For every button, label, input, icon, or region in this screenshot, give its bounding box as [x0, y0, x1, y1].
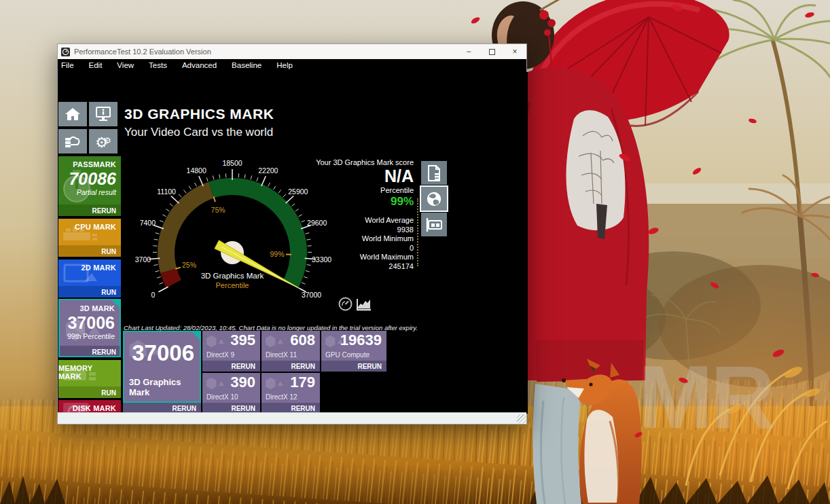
status-bar [58, 412, 526, 424]
rerun-button[interactable]: RERUN [92, 207, 116, 215]
svg-text:3D Graphics Mark: 3D Graphics Mark [201, 272, 264, 280]
gauge-view-icon [338, 297, 353, 311]
title-bar[interactable]: PerformanceTest 10.2 Evaluation Version … [58, 44, 526, 59]
svg-text:14800: 14800 [187, 166, 206, 175]
cube-icon [205, 375, 225, 391]
resize-grip[interactable] [517, 414, 526, 423]
close-button[interactable]: × [503, 44, 526, 59]
stat-label: World Minimum [268, 234, 414, 244]
sidebar-tile-3d-mark[interactable]: 3D MARK 37006 99th Percentile RERUN [58, 299, 121, 357]
app-icon [61, 48, 70, 56]
result-value: 390 [230, 374, 255, 391]
sidebar-tile-disk-mark[interactable]: DISK MARK RUN [58, 400, 121, 414]
maximize-icon [489, 49, 495, 55]
maximize-button[interactable] [480, 44, 503, 59]
rerun-button[interactable]: RERUN [357, 363, 382, 370]
settings-gears-icon: ⚙⚙ [95, 134, 111, 149]
rerun-button[interactable]: RERUN [231, 405, 255, 412]
run-button[interactable]: RUN [101, 289, 116, 296]
result-tile-gpu-compute[interactable]: 19639 GPU Compute RERUN [321, 331, 386, 372]
fox [533, 340, 644, 504]
percentile-label: Percentile [268, 185, 414, 195]
settings-button[interactable]: ⚙⚙ [89, 129, 118, 154]
rerun-button[interactable]: RERUN [172, 405, 196, 412]
gauge-view-button[interactable] [338, 296, 353, 311]
home-button[interactable] [58, 102, 87, 126]
cube-icon [205, 333, 225, 349]
sidebar-tile-cpu-mark[interactable]: CPU MARK RUN [58, 219, 121, 257]
menu-edit[interactable]: Edit [82, 59, 110, 72]
selected-corner [191, 331, 201, 341]
tile-value: 70086 [69, 169, 116, 189]
video-card-button[interactable] [421, 213, 447, 236]
svg-text:37000: 37000 [302, 291, 321, 299]
system-info-icon [95, 107, 111, 122]
system-info-button[interactable] [89, 102, 118, 126]
cloud-database-button[interactable] [58, 129, 87, 154]
sidebar-tile-2d-mark[interactable]: 2D MARK RUN [58, 259, 121, 298]
score-value: N/A [268, 167, 414, 185]
menu-baseline[interactable]: Baseline [224, 59, 269, 72]
svg-text:25%: 25% [182, 261, 196, 269]
result-tile-directx11[interactable]: 608 DirectX 11 RERUN [261, 331, 320, 372]
score-panel: Your 3D Graphics Mark score N/A Percenti… [268, 158, 414, 208]
svg-text:18500: 18500 [222, 159, 242, 167]
tile-title: DISK MARK [73, 404, 116, 412]
page-subtitle: Your Video Card vs the world [124, 126, 273, 139]
stat-value: 245174 [268, 262, 414, 272]
world-results-button[interactable] [421, 187, 447, 211]
svg-text:3700: 3700 [135, 255, 151, 264]
page-title: 3D GRAPHICS MARK [124, 106, 274, 122]
tile-subtitle: Partial result [77, 188, 116, 196]
video-card-icon [425, 217, 443, 233]
main-content: ⚙⚙ PASSMARK 70086 Partial result RERUN [58, 72, 528, 414]
result-value: 608 [290, 331, 315, 349]
run-button[interactable]: RUN [101, 248, 116, 255]
tile-title: 3D MARK [79, 304, 115, 312]
menu-view[interactable]: View [109, 59, 141, 72]
tile-subtitle: 99th Percentile [67, 332, 115, 340]
tile-title: MEMORY MARK [58, 364, 116, 380]
result-tile-directx10[interactable]: 390 DirectX 10 RERUN [202, 373, 260, 414]
chart-view-button[interactable] [356, 297, 372, 312]
sidebar-tile-passmark[interactable]: PASSMARK 70086 Partial result RERUN [58, 156, 121, 216]
chart-view-icon [356, 298, 372, 311]
menu-help[interactable]: Help [269, 59, 300, 72]
svg-text:11100: 11100 [157, 187, 176, 196]
tile-title: PASSMARK [73, 160, 116, 168]
result-label: DirectX 9 [206, 351, 234, 359]
report-icon [427, 165, 441, 181]
result-tile-directx9[interactable]: 395 DirectX 9 RERUN [202, 331, 260, 372]
percentile-value: 99% [268, 195, 414, 208]
score-label: Your 3D Graphics Mark score [268, 158, 414, 167]
minimize-button[interactable]: − [457, 44, 480, 59]
performancetest-window: PerformanceTest 10.2 Evaluation Version … [57, 43, 527, 425]
divider [417, 198, 418, 266]
result-value: 395 [230, 331, 255, 349]
rerun-button[interactable]: RERUN [291, 405, 315, 412]
tile-title: 2D MARK [81, 264, 116, 272]
result-value: 179 [290, 374, 315, 391]
menu-file[interactable]: File [58, 59, 82, 72]
rerun-button[interactable]: RERUN [291, 363, 315, 370]
rerun-button[interactable]: RERUN [92, 348, 116, 356]
menu-tests[interactable]: Tests [141, 59, 175, 72]
result-label: DirectX 11 [266, 351, 297, 359]
run-button[interactable]: RUN [101, 389, 116, 397]
world-stats: World Average 9938 World Minimum 0 World… [268, 216, 414, 272]
stat-value: 0 [268, 244, 414, 253]
tile-title: CPU MARK [75, 223, 116, 231]
result-tile-3d-graphics-mark[interactable]: 37006 3D Graphics Mark RERUN [123, 331, 201, 414]
svg-text:0: 0 [151, 291, 156, 299]
result-label: DirectX 12 [266, 393, 297, 401]
globe-icon [425, 190, 443, 208]
cube-icon [264, 375, 285, 391]
result-value: 37006 [132, 340, 194, 366]
menu-advanced[interactable]: Advanced [175, 59, 224, 72]
cube-icon [264, 333, 285, 349]
rerun-button[interactable]: RERUN [231, 363, 255, 370]
report-button[interactable] [421, 161, 447, 185]
sidebar-tile-memory-mark[interactable]: MEMORY MARK RUN [58, 360, 121, 398]
svg-text:75%: 75% [211, 206, 225, 214]
result-tile-directx12[interactable]: 179 DirectX 12 RERUN [261, 373, 320, 414]
